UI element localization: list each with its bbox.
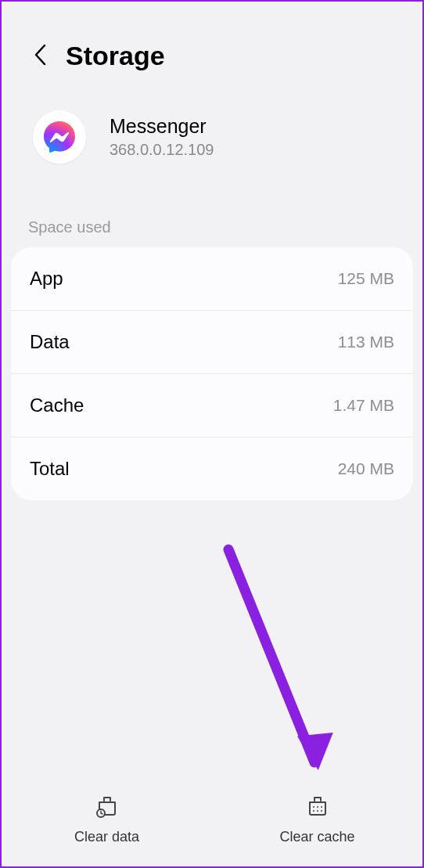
svg-point-5 xyxy=(317,810,318,812)
section-label: Space used xyxy=(2,179,422,247)
svg-point-6 xyxy=(321,810,322,812)
clear-cache-label: Clear cache xyxy=(279,829,354,845)
clear-cache-icon xyxy=(305,794,330,823)
svg-point-4 xyxy=(313,810,314,812)
clear-cache-button[interactable]: Clear cache xyxy=(212,773,422,866)
row-value: 113 MB xyxy=(338,333,394,351)
clear-data-button[interactable]: Clear data xyxy=(2,773,212,866)
row-label: Cache xyxy=(30,394,84,416)
row-value: 240 MB xyxy=(338,459,394,478)
clear-data-icon xyxy=(95,794,120,823)
page-title: Storage xyxy=(66,41,165,71)
app-details: Messenger 368.0.0.12.109 xyxy=(110,115,214,159)
messenger-icon xyxy=(33,110,86,164)
header: Storage xyxy=(2,2,422,87)
svg-point-3 xyxy=(321,806,322,808)
app-name: Messenger xyxy=(110,115,214,138)
svg-point-2 xyxy=(317,806,318,808)
app-info: Messenger 368.0.0.12.109 xyxy=(2,87,422,179)
storage-row-cache: Cache 1.47 MB xyxy=(11,374,413,438)
bottom-bar: Clear data Clear cache xyxy=(2,773,422,866)
row-label: Data xyxy=(30,331,70,353)
back-icon[interactable] xyxy=(33,43,47,70)
storage-row-total: Total 240 MB xyxy=(11,438,413,500)
row-value: 1.47 MB xyxy=(333,396,394,415)
clear-data-label: Clear data xyxy=(74,829,139,845)
row-value: 125 MB xyxy=(338,269,394,288)
row-label: Total xyxy=(30,458,70,480)
row-label: App xyxy=(30,268,63,290)
annotation-arrow xyxy=(205,542,346,792)
svg-point-1 xyxy=(313,806,314,808)
storage-row-data: Data 113 MB xyxy=(11,311,413,374)
storage-row-app: App 125 MB xyxy=(11,247,413,311)
app-version: 368.0.0.12.109 xyxy=(110,141,214,159)
storage-card: App 125 MB Data 113 MB Cache 1.47 MB Tot… xyxy=(11,247,413,500)
